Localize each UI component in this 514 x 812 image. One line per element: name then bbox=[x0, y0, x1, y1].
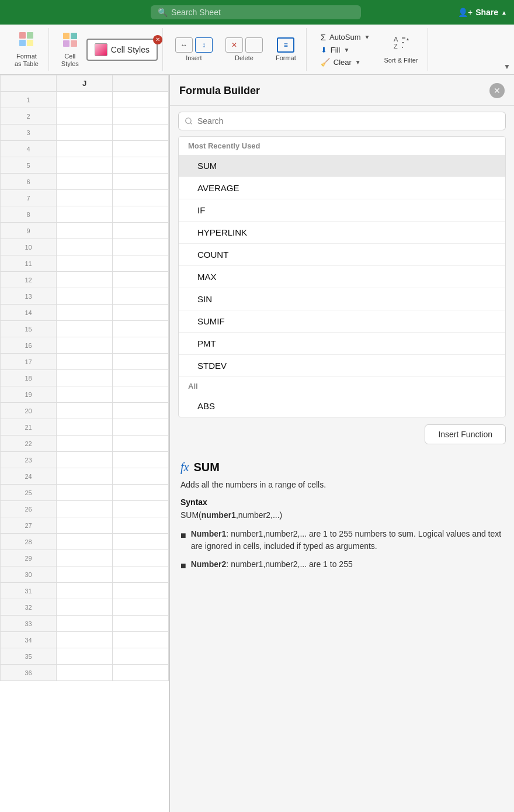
cell-k[interactable] bbox=[113, 632, 169, 648]
cell-k[interactable] bbox=[113, 550, 169, 566]
function-list-item[interactable]: STDEV bbox=[179, 354, 505, 376]
cell-j[interactable] bbox=[57, 566, 113, 583]
cell-k[interactable] bbox=[113, 665, 169, 681]
cell-j[interactable] bbox=[57, 141, 113, 157]
formula-builder-search-input[interactable] bbox=[178, 112, 506, 130]
cell-j[interactable] bbox=[57, 648, 113, 665]
cell-k[interactable] bbox=[113, 648, 169, 665]
format-button[interactable]: ≡ Format bbox=[270, 34, 301, 65]
cell-styles-popup[interactable]: Cell Styles ✕ bbox=[86, 39, 158, 61]
cell-k[interactable] bbox=[113, 370, 169, 386]
cell-k[interactable] bbox=[113, 485, 169, 501]
cell-k[interactable] bbox=[113, 272, 169, 288]
cell-j[interactable] bbox=[57, 599, 113, 616]
cell-j[interactable] bbox=[57, 288, 113, 305]
fill-dropdown-icon[interactable]: ▼ bbox=[343, 47, 349, 53]
cell-j[interactable] bbox=[57, 305, 113, 321]
cell-k[interactable] bbox=[113, 436, 169, 452]
cell-k[interactable] bbox=[113, 321, 169, 337]
cell-j[interactable] bbox=[57, 92, 113, 108]
cell-k[interactable] bbox=[113, 239, 169, 255]
cell-k[interactable] bbox=[113, 190, 169, 206]
autosum-button[interactable]: Σ AutoSum ▼ bbox=[318, 31, 373, 43]
cell-j[interactable] bbox=[57, 157, 113, 174]
function-list-item[interactable]: IF bbox=[179, 199, 505, 221]
share-button[interactable]: 👤+ Share ▲ bbox=[458, 8, 507, 17]
cell-k[interactable] bbox=[113, 125, 169, 141]
cell-j[interactable] bbox=[57, 534, 113, 550]
cell-j[interactable] bbox=[57, 354, 113, 370]
cell-k[interactable] bbox=[113, 419, 169, 436]
cell-k[interactable] bbox=[113, 501, 169, 517]
cell-j[interactable] bbox=[57, 665, 113, 681]
cell-styles-close-button[interactable]: ✕ bbox=[153, 35, 162, 44]
cell-j[interactable] bbox=[57, 206, 113, 223]
cell-j[interactable] bbox=[57, 272, 113, 288]
cell-j[interactable] bbox=[57, 485, 113, 501]
cell-k[interactable] bbox=[113, 468, 169, 485]
function-list-item[interactable]: PMT bbox=[179, 332, 505, 354]
cell-k[interactable] bbox=[113, 354, 169, 370]
cell-k[interactable] bbox=[113, 599, 169, 616]
cell-k[interactable] bbox=[113, 534, 169, 550]
cell-j[interactable] bbox=[57, 386, 113, 403]
insert-function-button[interactable]: Insert Function bbox=[425, 424, 506, 444]
cell-j[interactable] bbox=[57, 125, 113, 141]
cell-j[interactable] bbox=[57, 468, 113, 485]
cell-j[interactable] bbox=[57, 370, 113, 386]
function-list-item[interactable]: AVERAGE bbox=[179, 177, 505, 199]
cell-k[interactable] bbox=[113, 92, 169, 108]
cell-k[interactable] bbox=[113, 386, 169, 403]
search-bar[interactable]: 🔍 Search Sheet bbox=[151, 5, 361, 19]
cell-k[interactable] bbox=[113, 403, 169, 419]
function-list-item[interactable]: COUNT bbox=[179, 243, 505, 265]
cell-k[interactable] bbox=[113, 141, 169, 157]
cell-k[interactable] bbox=[113, 157, 169, 174]
cell-j[interactable] bbox=[57, 255, 113, 272]
autosum-dropdown-icon[interactable]: ▼ bbox=[364, 34, 370, 40]
cell-k[interactable] bbox=[113, 108, 169, 125]
cell-k[interactable] bbox=[113, 174, 169, 190]
formula-builder-close-button[interactable]: ✕ bbox=[489, 83, 505, 98]
cell-k[interactable] bbox=[113, 616, 169, 632]
all-function-list-item[interactable]: ABS bbox=[179, 395, 505, 417]
function-list-item[interactable]: MAX bbox=[179, 265, 505, 288]
cell-k[interactable] bbox=[113, 305, 169, 321]
cell-k[interactable] bbox=[113, 517, 169, 534]
function-list-item[interactable]: SUM bbox=[179, 155, 505, 177]
cell-k[interactable] bbox=[113, 337, 169, 354]
fill-button[interactable]: ⬇ Fill ▼ bbox=[318, 44, 373, 56]
cell-k[interactable] bbox=[113, 223, 169, 239]
function-list-item[interactable]: SUMIF bbox=[179, 310, 505, 332]
cell-j[interactable] bbox=[57, 632, 113, 648]
clear-dropdown-icon[interactable]: ▼ bbox=[355, 59, 361, 65]
sort-filter-button[interactable]: A Z Sort & Filter bbox=[384, 34, 418, 64]
cell-j[interactable] bbox=[57, 501, 113, 517]
cell-k[interactable] bbox=[113, 255, 169, 272]
insert-button[interactable]: ↔ ↕ Insert bbox=[170, 34, 218, 65]
cell-j[interactable] bbox=[57, 517, 113, 534]
cell-j[interactable] bbox=[57, 108, 113, 125]
cell-k[interactable] bbox=[113, 566, 169, 583]
cell-j[interactable] bbox=[57, 452, 113, 468]
cell-k[interactable] bbox=[113, 206, 169, 223]
cell-j[interactable] bbox=[57, 403, 113, 419]
function-list-item[interactable]: HYPERLINK bbox=[179, 221, 505, 243]
cell-styles-icon-button[interactable]: CellStyles bbox=[56, 29, 84, 71]
cell-k[interactable] bbox=[113, 583, 169, 599]
cell-k[interactable] bbox=[113, 452, 169, 468]
format-as-table-button[interactable]: Formatas Table bbox=[9, 28, 44, 71]
cell-j[interactable] bbox=[57, 583, 113, 599]
cell-j[interactable] bbox=[57, 436, 113, 452]
clear-button[interactable]: 🧹 Clear ▼ bbox=[318, 57, 373, 68]
cell-j[interactable] bbox=[57, 239, 113, 255]
function-list-item[interactable]: SIN bbox=[179, 288, 505, 310]
cell-j[interactable] bbox=[57, 223, 113, 239]
cell-j[interactable] bbox=[57, 550, 113, 566]
cell-j[interactable] bbox=[57, 321, 113, 337]
cell-j[interactable] bbox=[57, 419, 113, 436]
cell-j[interactable] bbox=[57, 174, 113, 190]
delete-button[interactable]: ✕ Delete bbox=[220, 34, 268, 65]
cell-k[interactable] bbox=[113, 288, 169, 305]
ribbon-expand-icon[interactable]: ▼ bbox=[503, 63, 510, 71]
